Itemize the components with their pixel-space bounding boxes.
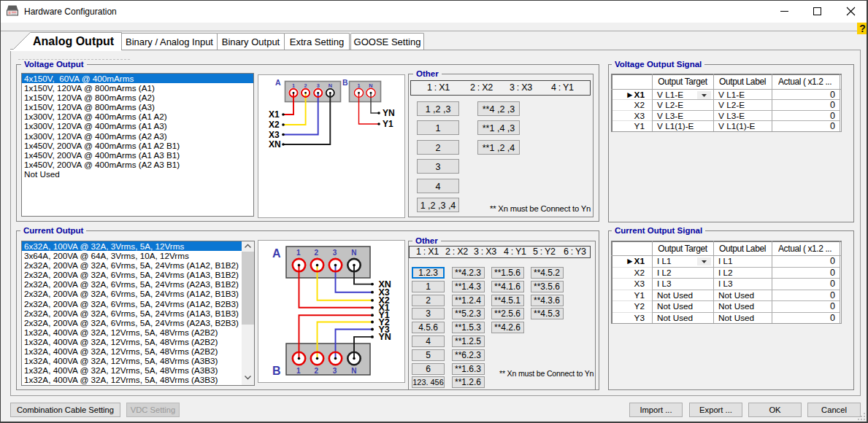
svg-text:YN: YN [379,332,391,342]
svg-text:XN: XN [269,139,281,150]
svg-text:1: 1 [296,249,301,257]
svg-text:A: A [275,78,281,87]
svg-text:N: N [351,249,356,257]
svg-text:3: 3 [333,367,337,375]
svg-text:YN: YN [383,108,395,118]
svg-text:X1: X1 [269,109,280,120]
svg-text:N: N [351,367,356,375]
svg-text:B: B [342,78,348,87]
svg-text:2: 2 [314,249,318,257]
svg-text:A: A [272,247,281,260]
svg-text:X3: X3 [269,130,280,140]
svg-text:1: 1 [296,367,301,375]
svg-text:X2: X2 [269,120,280,130]
svg-text:3: 3 [333,249,337,257]
svg-text:Y1: Y1 [383,119,393,129]
svg-text:2: 2 [314,367,318,375]
svg-text:B: B [272,365,281,377]
